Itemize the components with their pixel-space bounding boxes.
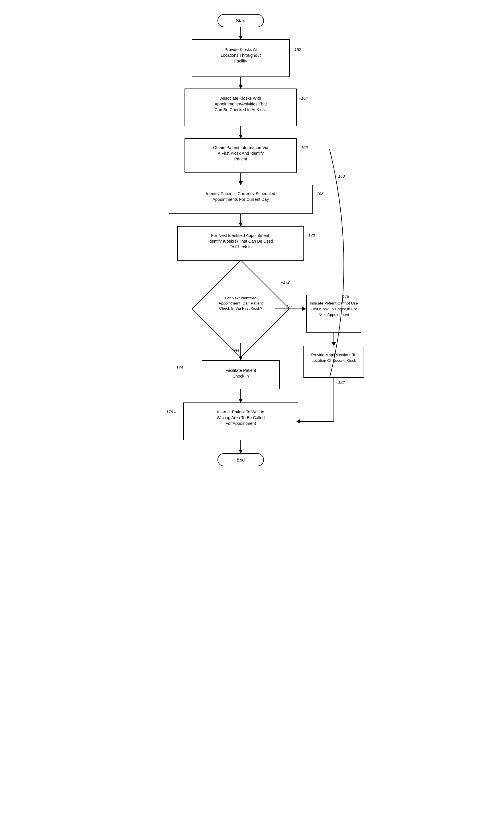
svg-text:–172: –172 [281, 280, 290, 285]
svg-text:–166: –166 [299, 145, 308, 150]
box162-text: Provide Kiosks At [224, 47, 257, 52]
svg-text:For Next Identified: For Next Identified [225, 296, 256, 300]
svg-text:First Kiosk To Check In For: First Kiosk To Check In For [311, 307, 357, 311]
svg-text:Locations Throughout: Locations Throughout [220, 53, 261, 57]
svg-text:160: 160 [338, 174, 345, 178]
svg-text:Appointments/Activities That: Appointments/Activities That [214, 102, 267, 106]
svg-text:Check In Via First Kiosk?: Check In Via First Kiosk? [219, 306, 262, 311]
svg-text:Facilitate Patient: Facilitate Patient [225, 368, 256, 373]
svg-text:Can Be Checked In At Kiosk: Can Be Checked In At Kiosk [214, 108, 267, 112]
svg-text:Facility: Facility [234, 59, 247, 63]
svg-marker-58 [239, 450, 243, 454]
ref162: –162 [292, 47, 301, 52]
svg-marker-21 [239, 181, 243, 185]
svg-text:Obtain Patient Information Via: Obtain Patient Information Via [213, 145, 269, 150]
svg-text:–170: –170 [306, 233, 315, 238]
svg-text:Instruct Patient To Wait In: Instruct Patient To Wait In [217, 409, 264, 414]
svg-marker-45 [239, 357, 243, 360]
svg-text:Yes: Yes [233, 348, 239, 353]
svg-text:–168: –168 [314, 191, 324, 196]
svg-marker-51 [239, 399, 243, 403]
svg-marker-27 [239, 222, 243, 226]
svg-text:Next Appointment: Next Appointment [318, 313, 349, 317]
svg-text:Check In: Check In [232, 374, 249, 378]
svg-text:182: 182 [338, 380, 345, 385]
svg-text:Indicate Patient Cannot Use: Indicate Patient Cannot Use [310, 301, 358, 305]
svg-text:Patient: Patient [234, 157, 247, 161]
svg-text:Appointments For Current Day: Appointments For Current Day [212, 197, 269, 202]
svg-text:–178: –178 [340, 294, 349, 299]
svg-text:For Appointment: For Appointment [225, 421, 256, 426]
start-label: Start [236, 18, 245, 23]
svg-marker-43 [302, 307, 306, 311]
svg-text:174 –: 174 – [176, 365, 186, 370]
svg-text:Associate Kiosks With: Associate Kiosks With [220, 96, 261, 101]
connector-svg: Start Provide Kiosks At Locations Throug… [140, 9, 364, 762]
svg-text:Identify Kiosk(s) That Can Be : Identify Kiosk(s) That Can Be Used [208, 239, 273, 243]
svg-text:176 –: 176 – [166, 409, 176, 414]
svg-marker-67 [332, 342, 336, 346]
svg-text:No: No [287, 304, 292, 309]
svg-rect-3 [192, 39, 289, 77]
svg-text:For Next Identified Appointmen: For Next Identified Appointment, [211, 233, 270, 238]
svg-text:Waiting Area To Be Called: Waiting Area To Be Called [217, 416, 265, 420]
svg-rect-15 [185, 138, 297, 173]
flowchart: Start Provide Kiosks At Locations Throug… [140, 9, 364, 754]
svg-marker-14 [239, 135, 243, 138]
svg-text:To Check In: To Check In [229, 244, 251, 249]
svg-text:Appointment, Can Patient: Appointment, Can Patient [219, 301, 263, 305]
svg-text:Identify Patient's Currently S: Identify Patient's Currently Scheduled [206, 191, 275, 196]
svg-text:–164: –164 [299, 96, 308, 101]
svg-rect-28 [178, 226, 304, 261]
svg-marker-7 [239, 85, 243, 89]
svg-marker-2 [239, 36, 243, 39]
svg-text:End: End [236, 458, 244, 462]
svg-text:Provide Map/Directions To: Provide Map/Directions To [311, 353, 356, 357]
svg-text:A First Kiosk And Identify: A First Kiosk And Identify [217, 151, 264, 156]
